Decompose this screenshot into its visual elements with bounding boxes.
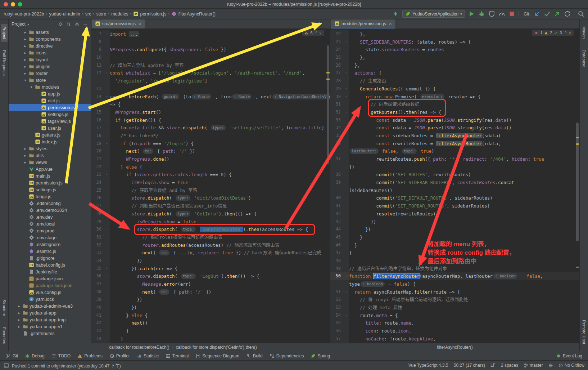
tree-item-package.json[interactable]: {}package.json <box>9 275 91 282</box>
toolbar-item-terminal[interactable]: Terminal <box>166 353 189 358</box>
prev-next-problem-icons[interactable]: ^ v <box>565 31 571 35</box>
close-icon[interactable]: × <box>389 21 392 27</box>
code-line-41[interactable]: 41 } else { <box>91 312 330 320</box>
code-line-13[interactable]: 13 <box>91 85 330 93</box>
tree-item-getters.js[interactable]: JSgetters.js <box>9 131 91 138</box>
code-line-19[interactable]: 19▾ if (to.path === '/login') { <box>91 140 330 148</box>
breadcrumbs-right[interactable]: filterAsyncRouter() <box>330 345 579 350</box>
code-line-30[interactable]: 30▾ return new Promise( executor: resolv… <box>330 93 579 101</box>
code-line-wrap[interactable]: '/register', '/oauth-login/gitee'] <box>91 77 330 85</box>
toolbar-item-build[interactable]: Build <box>246 353 263 358</box>
code-line-38[interactable]: 38 next( to: { path: '/' }) <box>91 288 330 296</box>
code-line-7[interactable]: 7▾import ... <box>91 30 330 38</box>
code-editor-left[interactable]: 6 ^ v 7▾import ...89NProgress.configure(… <box>91 29 330 343</box>
toolwindow-button-database[interactable]: Database <box>581 47 587 70</box>
chevron-collapsed-icon[interactable]: ▸ <box>23 58 27 62</box>
status-item-50-27-17-chars-[interactable]: 50:27 (17 chars) <box>454 363 485 368</box>
maximize-window-icon[interactable] <box>18 2 22 6</box>
toolwindow-button-structure[interactable]: Structure <box>1 297 8 319</box>
tree-item-tagsView.js[interactable]: JStagsView.js <box>9 118 91 125</box>
code-line-56[interactable]: 56 icon: route.icon, <box>330 327 579 335</box>
code-line-41[interactable]: 41 commit('SET_TOPBAR_ROUTES', sidebarRo… <box>330 202 579 210</box>
debug-button[interactable] <box>478 10 485 17</box>
breadcrumb-item[interactable]: store <box>96 12 106 17</box>
chevron-collapsed-icon[interactable]: ▸ <box>23 147 27 151</box>
code-line-20[interactable]: 20 next( to: { path: '/' }) <box>91 147 330 155</box>
toolwindow-button-project[interactable]: Project <box>1 24 8 42</box>
code-line-47[interactable]: 47} <box>330 249 579 257</box>
toolbar-item-statistic[interactable]: Statistic <box>137 353 159 358</box>
minimize-window-icon[interactable] <box>11 2 15 6</box>
tree-item-babel.config.js[interactable]: JSbabel.config.js <box>9 262 91 268</box>
code-line-17[interactable]: 17 to.meta.title && store.dispatch( type… <box>91 124 330 132</box>
tree-item-app.js[interactable]: JSapp.js <box>9 90 91 97</box>
git-commit-button[interactable] <box>544 10 551 17</box>
code-line-wrap[interactable]: lastRouter: false, type: true) <box>330 147 579 155</box>
toolbar-item-todo[interactable]: TODO <box>51 353 71 358</box>
tree-item-yudao-ui-app[interactable]: ▸yudao-ui-app <box>9 309 91 316</box>
code-line-40[interactable]: 40 }) <box>91 304 330 312</box>
code-line-wrap[interactable]: => { <box>91 101 330 108</box>
tree-item-utils[interactable]: ▸utils <box>9 152 91 159</box>
code-line-38[interactable]: 38 commit('SET_ROUTES', rewriteRoutes) <box>330 171 579 179</box>
code-line-18[interactable]: 18 /* has token*/ <box>91 132 330 140</box>
toolwindow-button-pull-requests[interactable]: Pull Requests <box>1 48 8 78</box>
tree-item-styles[interactable]: ▸styles <box>9 145 91 152</box>
code-line-26[interactable]: 26 }, <box>330 62 579 70</box>
toolwindow-button-maven[interactable]: Maven <box>581 24 587 41</box>
tree-item-tongji.js[interactable]: JStongji.js <box>9 193 91 200</box>
tree-item-plugins[interactable]: ▸plugins <box>9 63 91 70</box>
history-button[interactable] <box>564 10 571 17</box>
status-item-2-spaces[interactable]: 2 spaces <box>501 363 518 368</box>
inspections-widget-left[interactable]: 6 ^ v <box>302 30 324 36</box>
close-window-icon[interactable] <box>4 2 8 6</box>
breadcrumb-item[interactable]: modules <box>111 12 128 17</box>
code-line-9[interactable]: 9NProgress.configure({ showSpinner: fals… <box>91 46 330 54</box>
toolbar-item-profiler[interactable]: Profiler <box>109 353 130 358</box>
toolbar-item-problems[interactable]: Problems <box>77 353 103 358</box>
code-line-25[interactable]: 25 }, <box>330 54 579 62</box>
tree-item-yudao-ui-admin-vue3[interactable]: ▸yudao-ui-admin-vue3 <box>9 303 91 309</box>
code-line-40[interactable]: 40 commit('SET_DEFAULT_ROUTES', sidebarR… <box>330 194 579 202</box>
code-line-36[interactable]: 36 const rewriteRoutes = filterAsyncRout… <box>330 140 579 148</box>
tree-item-directive[interactable]: ▸directive <box>9 43 91 49</box>
git-update-button[interactable] <box>534 10 540 17</box>
stop-button[interactable] <box>508 10 515 17</box>
toolbar-item-dependencies[interactable]: Dependencies <box>270 353 304 358</box>
tree-item-yudao-ui-app-v1[interactable]: ▸yudao-ui-app-v1 <box>9 323 91 330</box>
code-line-33[interactable]: 33 const sdata = JSON.parse(JSON.stringi… <box>330 116 579 124</box>
code-line-14[interactable]: 14▾router.beforeEach( guard: (to: Route … <box>91 93 330 101</box>
code-line-44[interactable]: 44 } <box>91 335 330 343</box>
tree-item-App.vue[interactable]: App.vue <box>9 166 91 173</box>
breadcrumb-item[interactable]: yudao-ui-admin <box>49 12 80 17</box>
tree-item-.env.prod[interactable]: .env.prod <box>9 227 91 234</box>
code-line-49[interactable]: 49// 遍历后台传来的路由字符串，转换为组件对象 <box>330 265 579 273</box>
chevron-expanded-icon[interactable]: ▾ <box>29 85 33 89</box>
code-line-12[interactable]: 12▾const whiteList = ['/login', '/social… <box>91 69 330 77</box>
code-line-wrap[interactable]: }) <box>330 163 579 171</box>
code-line-55[interactable]: 55 title: route.name, <box>330 319 579 327</box>
code-line-27[interactable]: 27 // 判断当前用户是否已拉取完user_info信息 <box>91 202 330 210</box>
breadcrumb-item[interactable]: src <box>85 12 91 17</box>
editor-breadcrumb-item[interactable]: callback for store.dispatch('GetInfo').t… <box>176 345 257 350</box>
code-line-24[interactable]: 24 isRelogin.show = true <box>91 179 330 187</box>
run-config-select[interactable]: YudaoServerApplication ▾ <box>402 10 465 18</box>
code-line-23[interactable]: 23▾ SET_SIDEBAR_ROUTERS: (state, routes)… <box>330 38 579 46</box>
code-editor-right[interactable]: 123^ v 22 },23▾ SET_SIDEBAR_ROUTERS: (st… <box>330 29 579 343</box>
chevron-collapsed-icon[interactable]: ▸ <box>17 325 21 329</box>
tree-item-user.js[interactable]: JSuser.js <box>9 125 91 131</box>
tree-item-index.js[interactable]: JSindex.js <box>9 138 91 145</box>
tab-src-permission-js[interactable]: JS src/permission.js × <box>92 19 145 28</box>
code-line-35[interactable]: 35 const sidebarRoutes = filterAsyncRout… <box>330 132 579 140</box>
chevron-down-icon[interactable]: ▾ <box>27 22 29 26</box>
code-line-30[interactable]: 30▾ store.dispatch( type: 'GenerateRoute… <box>91 226 330 233</box>
expand-collapse-icon[interactable] <box>66 22 71 27</box>
prev-next-problem-icons[interactable]: ^ v <box>316 31 322 35</box>
tree-item-permission.js[interactable]: JSpermission.js <box>9 179 91 186</box>
code-line-29[interactable]: 29 isRelogin.show = false <box>91 218 330 226</box>
select-opened-file-icon[interactable] <box>58 22 63 27</box>
tree-item-layout[interactable]: ▸layout <box>9 56 91 63</box>
status-item-vue-typescript-4-3-5[interactable]: Vue TypeScript 4.3.5 <box>408 363 448 368</box>
toolbar-item-sequence-diagram[interactable]: Sequence Diagram <box>195 353 239 358</box>
code-line-28[interactable]: 28▾ store.dispatch( type: 'GetInfo').the… <box>91 210 330 218</box>
